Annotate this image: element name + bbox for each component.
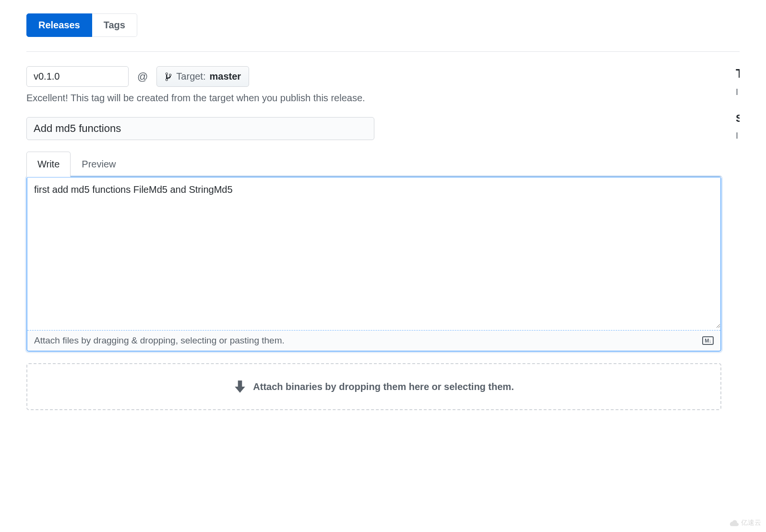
release-tags-nav: Releases Tags xyxy=(26,13,740,52)
git-branch-icon xyxy=(165,72,172,82)
editor-tabs: Write Preview xyxy=(26,152,721,177)
sidebar-para-2: I xyxy=(736,130,740,142)
release-form: @ Target: master Excellent! This tag wil… xyxy=(26,66,721,410)
description-textarea[interactable]: first add md5 functions FileMd5 and Stri… xyxy=(27,177,720,328)
tags-tab[interactable]: Tags xyxy=(92,13,137,37)
at-symbol: @ xyxy=(137,71,148,83)
attach-files-hint: Attach files by dragging & dropping, sel… xyxy=(34,335,285,346)
release-title-input[interactable] xyxy=(26,117,374,140)
sidebar-heading-1: T xyxy=(736,66,740,81)
content-row: @ Target: master Excellent! This tag wil… xyxy=(26,66,740,410)
sidebar-help: T I S I xyxy=(736,66,740,410)
attach-binaries-text: Attach binaries by dropping them here or… xyxy=(253,381,514,392)
description-editor: first add md5 functions FileMd5 and Stri… xyxy=(26,177,721,352)
tag-version-input[interactable] xyxy=(26,66,129,87)
sidebar-heading-2: S xyxy=(736,112,740,125)
tag-hint-text: Excellent! This tag will be created from… xyxy=(26,93,721,104)
attach-files-bar[interactable]: Attach files by dragging & dropping, sel… xyxy=(27,330,720,351)
arrow-down-icon xyxy=(234,379,246,394)
tag-target-row: @ Target: master xyxy=(26,66,721,87)
write-tab[interactable]: Write xyxy=(26,152,71,177)
target-branch-button[interactable]: Target: master xyxy=(156,66,249,87)
preview-tab[interactable]: Preview xyxy=(71,152,127,177)
attach-binaries-dropzone[interactable]: Attach binaries by dropping them here or… xyxy=(26,363,721,410)
markdown-icon[interactable]: M↓ xyxy=(702,336,714,345)
releases-tab[interactable]: Releases xyxy=(26,13,92,37)
sidebar-para-1: I xyxy=(736,86,740,99)
target-label: Target: xyxy=(176,71,205,82)
target-branch-name: master xyxy=(210,71,241,82)
